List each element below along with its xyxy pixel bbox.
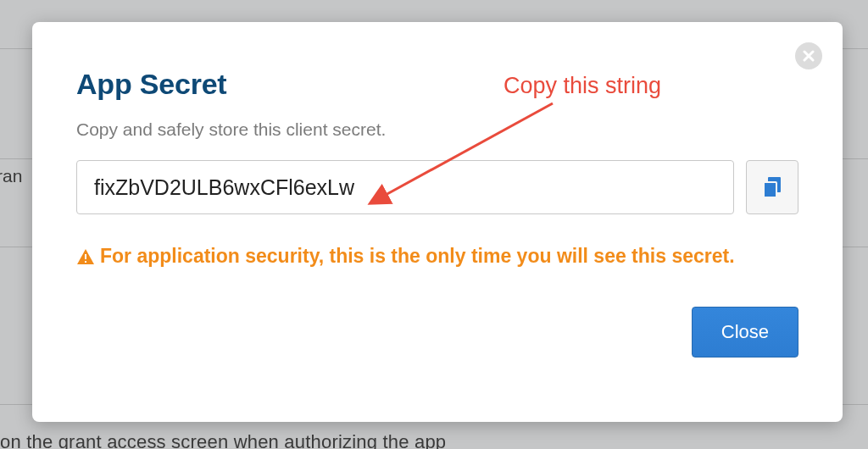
modal-backdrop: ran on the grant access screen when auth…: [0, 0, 868, 449]
secret-row: fixZbVD2ULB6wxCFl6exLw: [76, 160, 798, 214]
modal-subtitle: Copy and safely store this client secret…: [76, 119, 798, 140]
modal-close-x[interactable]: [795, 42, 822, 69]
copy-icon: [762, 176, 782, 198]
svg-rect-1: [764, 182, 776, 197]
svg-rect-3: [85, 261, 86, 263]
app-secret-modal: App Secret Copy and safely store this cl…: [32, 22, 843, 422]
annotation-label: Copy this string: [504, 73, 661, 99]
svg-rect-2: [85, 254, 86, 259]
modal-title: App Secret: [76, 68, 798, 101]
warning-text: For application security, this is the on…: [100, 245, 735, 268]
client-secret-value: fixZbVD2ULB6wxCFl6exLw: [94, 175, 354, 200]
warning-triangle-icon: [76, 248, 95, 265]
background-cell-label: ran: [0, 166, 22, 186]
close-button[interactable]: Close: [692, 307, 798, 358]
security-warning: For application security, this is the on…: [76, 245, 798, 268]
copy-secret-button[interactable]: [746, 160, 798, 214]
client-secret-field[interactable]: fixZbVD2ULB6wxCFl6exLw: [76, 160, 734, 214]
close-icon: [803, 50, 815, 62]
background-footer-text: on the grant access screen when authoriz…: [0, 431, 868, 449]
